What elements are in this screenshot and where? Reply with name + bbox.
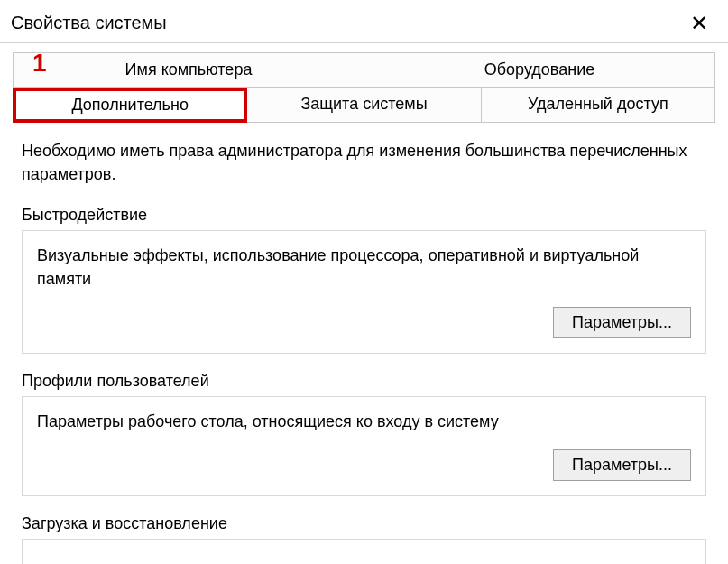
group-profiles-box: Параметры рабочего стола, относящиеся ко… <box>22 396 706 496</box>
profiles-settings-button[interactable]: Параметры... <box>553 449 691 481</box>
tab-system-protection[interactable]: Защита системы <box>247 88 481 123</box>
close-icon[interactable]: ✕ <box>681 13 717 34</box>
tabs-row-bottom: Дополнительно Защита системы Удаленный д… <box>13 88 715 123</box>
group-startup-title: Загрузка и восстановление <box>22 514 706 533</box>
group-performance-btn-row: Параметры... <box>37 307 691 338</box>
group-profiles: Профили пользователей Параметры рабочего… <box>22 372 706 496</box>
group-performance-title: Быстродействие <box>22 206 706 225</box>
intro-text: Необходимо иметь права администратора дл… <box>22 139 706 186</box>
tab-hardware[interactable]: Оборудование <box>364 52 715 88</box>
tab-remote-access[interactable]: Удаленный доступ <box>482 88 715 123</box>
group-profiles-title: Профили пользователей <box>22 372 706 391</box>
group-performance-desc: Визуальные эффекты, использование процес… <box>37 244 691 291</box>
group-performance-box: Визуальные эффекты, использование процес… <box>22 230 706 354</box>
group-profiles-btn-row: Параметры... <box>37 449 691 481</box>
tab-advanced[interactable]: Дополнительно <box>13 88 247 123</box>
group-startup: Загрузка и восстановление <box>22 514 706 564</box>
group-performance: Быстродействие Визуальные эффекты, испол… <box>22 206 706 354</box>
tab-computer-name[interactable]: Имя компьютера <box>13 52 364 88</box>
group-profiles-desc: Параметры рабочего стола, относящиеся ко… <box>37 410 691 433</box>
content-area: Необходимо иметь права администратора дл… <box>0 123 728 564</box>
titlebar: Свойства системы ✕ <box>0 0 728 43</box>
performance-settings-button[interactable]: Параметры... <box>553 307 691 338</box>
annotation-marker: 1 <box>32 49 47 78</box>
window-title: Свойства системы <box>11 13 167 33</box>
group-startup-box <box>22 539 706 564</box>
tabs-row-top: Имя компьютера Оборудование <box>13 52 715 88</box>
tabs-container: Имя компьютера Оборудование Дополнительн… <box>0 43 728 123</box>
